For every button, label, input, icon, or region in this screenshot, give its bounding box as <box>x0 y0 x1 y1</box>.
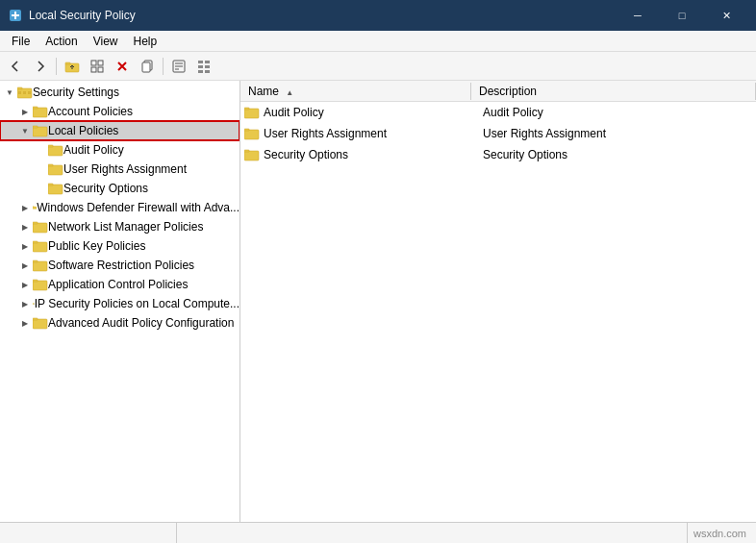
expander-ip-security[interactable] <box>17 296 33 311</box>
tree-item-network-manager[interactable]: Network List Manager Policies <box>0 217 239 236</box>
title-bar: Local Security Policy ─ □ ✕ <box>0 0 756 31</box>
label-windows-defender: Windows Defender Firewall with Adva... <box>37 201 239 214</box>
table-row[interactable]: Security Options Security Options <box>240 144 756 165</box>
svg-rect-14 <box>205 61 210 63</box>
delete-button[interactable] <box>111 55 134 78</box>
grid-button[interactable] <box>86 55 109 78</box>
tree-item-audit-policy[interactable]: Audit Policy <box>0 140 239 160</box>
folder-icon-advanced-audit <box>33 316 48 330</box>
label-software-restriction: Software Restriction Policies <box>48 259 194 272</box>
svg-rect-5 <box>91 67 96 72</box>
col-header-name[interactable]: Name ▲ <box>240 83 471 100</box>
svg-rect-36 <box>33 223 47 233</box>
folder-icon-row-audit <box>244 106 260 119</box>
expander-public-key[interactable] <box>17 238 33 254</box>
folder-icon-network-manager <box>33 220 48 234</box>
svg-rect-26 <box>33 127 47 136</box>
tree-item-ip-security[interactable]: i IP Security Policies on Local Compute.… <box>0 294 239 313</box>
row-name-user-rights: User Rights Assignment <box>244 127 475 140</box>
svg-rect-39 <box>33 241 38 243</box>
folder-icon-security-settings <box>17 86 33 99</box>
col-header-description[interactable]: Description <box>471 83 756 100</box>
minimize-button[interactable]: ─ <box>616 0 660 31</box>
tree-item-local-policies[interactable]: Local Policies <box>0 121 239 140</box>
properties-button[interactable] <box>167 55 190 78</box>
close-button[interactable]: ✕ <box>704 0 748 31</box>
toolbar <box>0 52 756 81</box>
menu-view[interactable]: View <box>86 33 126 50</box>
svg-rect-17 <box>198 70 203 73</box>
expander-windows-defender[interactable] <box>17 200 33 215</box>
table-row[interactable]: User Rights Assignment User Rights Assig… <box>240 123 756 144</box>
tree-item-windows-defender[interactable]: Windows Defender Firewall with Adva... <box>0 198 239 217</box>
svg-rect-43 <box>33 280 38 282</box>
toolbar-separator-1 <box>56 58 57 75</box>
tree-item-security-options[interactable]: Security Options <box>0 179 239 198</box>
svg-rect-50 <box>244 109 259 118</box>
svg-rect-35 <box>33 207 34 208</box>
tree-item-security-settings[interactable]: Security Settings <box>0 83 239 102</box>
tree-item-user-rights[interactable]: User Rights Assignment <box>0 160 239 179</box>
view-button[interactable] <box>192 55 215 78</box>
svg-rect-40 <box>33 261 47 271</box>
folder-icon-account-policies <box>33 105 48 118</box>
expander-account-policies[interactable] <box>17 104 33 119</box>
svg-rect-53 <box>244 129 249 131</box>
expander-advanced-audit[interactable] <box>17 315 33 331</box>
svg-rect-8 <box>142 62 150 72</box>
menu-help[interactable]: Help <box>126 33 165 50</box>
row-label-user-rights: User Rights Assignment <box>264 127 387 140</box>
expander-application-control[interactable] <box>17 277 33 292</box>
row-name-audit-policy: Audit Policy <box>244 106 475 119</box>
main-area: Security Settings Account Policies Local… <box>0 81 756 522</box>
up-folder-button[interactable] <box>61 55 84 78</box>
tree-item-public-key[interactable]: Public Key Policies <box>0 236 239 256</box>
label-user-rights: User Rights Assignment <box>63 162 187 176</box>
right-panel: Name ▲ Description Audit Policy Audit Po… <box>240 81 756 522</box>
forward-button[interactable] <box>29 55 52 78</box>
status-section-1 <box>4 523 177 543</box>
expander-network-manager[interactable] <box>17 219 33 234</box>
folder-icon-row-user-rights <box>244 127 260 140</box>
app-icon <box>8 8 23 23</box>
back-button[interactable] <box>4 55 27 78</box>
svg-rect-33 <box>48 184 53 185</box>
svg-rect-6 <box>98 67 103 72</box>
tree-panel: Security Settings Account Policies Local… <box>0 81 240 522</box>
copy-button[interactable] <box>136 55 159 78</box>
col-desc-label: Description <box>479 85 537 98</box>
expander-software-restriction[interactable] <box>17 258 33 273</box>
svg-rect-37 <box>33 222 38 224</box>
svg-rect-52 <box>244 130 259 139</box>
svg-rect-54 <box>244 151 259 160</box>
table-row[interactable]: Audit Policy Audit Policy <box>240 102 756 123</box>
toolbar-separator-2 <box>163 58 164 75</box>
row-name-security-options: Security Options <box>244 148 475 161</box>
menu-file[interactable]: File <box>4 33 38 50</box>
status-section-2 <box>177 523 688 543</box>
tree-item-application-control[interactable]: Application Control Policies <box>0 275 239 294</box>
tree-item-software-restriction[interactable]: Software Restriction Policies <box>0 256 239 275</box>
expander-local-policies[interactable] <box>17 123 33 138</box>
column-headers: Name ▲ Description <box>240 81 756 102</box>
svg-rect-13 <box>198 61 203 63</box>
svg-rect-22 <box>23 91 26 94</box>
tree-item-account-policies[interactable]: Account Policies <box>0 102 239 121</box>
window-controls: ─ □ ✕ <box>616 0 748 31</box>
row-label-audit-policy: Audit Policy <box>264 106 324 119</box>
menu-action[interactable]: Action <box>38 33 85 50</box>
svg-rect-15 <box>198 65 203 68</box>
folder-icon-row-security-options <box>244 148 260 161</box>
maximize-button[interactable]: □ <box>660 0 704 31</box>
svg-rect-38 <box>33 242 47 252</box>
folder-icon-application-control <box>33 278 48 291</box>
svg-rect-2 <box>65 62 70 64</box>
expander-security-settings[interactable] <box>2 85 17 100</box>
row-desc-audit-policy: Audit Policy <box>475 106 752 119</box>
row-desc-user-rights: User Rights Assignment <box>475 127 752 140</box>
svg-rect-41 <box>33 260 38 262</box>
label-advanced-audit: Advanced Audit Policy Configuration <box>48 316 234 330</box>
col-name-label: Name <box>248 85 279 98</box>
tree-item-advanced-audit[interactable]: Advanced Audit Policy Configuration <box>0 313 239 333</box>
svg-rect-16 <box>205 65 210 68</box>
